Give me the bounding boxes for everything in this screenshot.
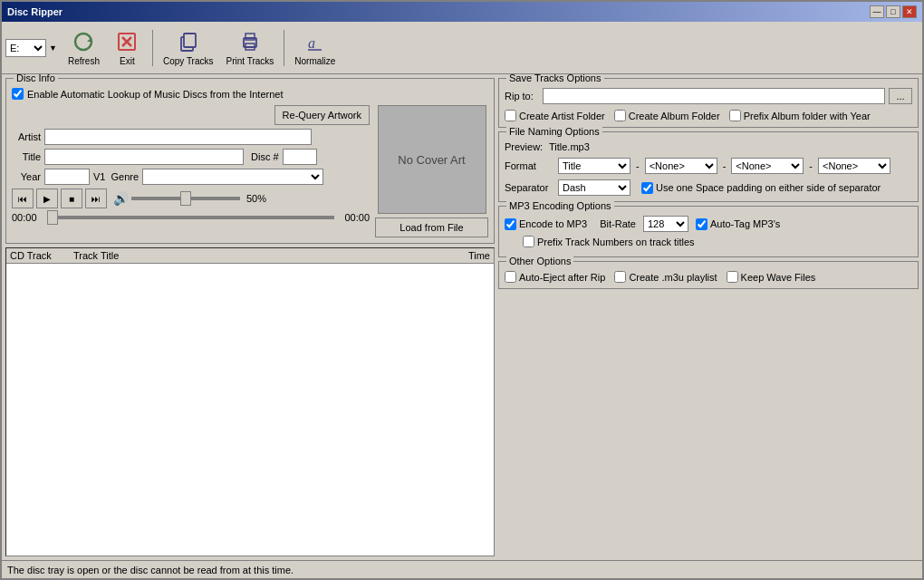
format-combo-4[interactable]: <None> Artist Album Year bbox=[818, 158, 890, 174]
next-track-button[interactable]: ⏭ bbox=[85, 188, 107, 208]
rip-to-row: Rip to: ... bbox=[505, 88, 912, 104]
preview-value: Title.mp3 bbox=[549, 141, 590, 152]
prev-track-button[interactable]: ⏮ bbox=[12, 188, 34, 208]
bitrate-combo[interactable]: 64 96 128 160 192 256 320 bbox=[643, 216, 688, 232]
minimize-button[interactable]: — bbox=[870, 5, 884, 18]
svg-text:a: a bbox=[308, 35, 315, 51]
prefix-album-year-checkbox[interactable] bbox=[729, 110, 741, 121]
format-combo-1[interactable]: Title Artist Album Year bbox=[558, 158, 630, 174]
auto-tag-checkbox[interactable] bbox=[696, 218, 707, 230]
auto-lookup-checkbox[interactable] bbox=[12, 88, 24, 100]
maximize-button[interactable]: □ bbox=[886, 5, 900, 18]
main-window: Disc Ripper — □ ✕ E: ▼ Refresh Exit bbox=[0, 0, 924, 580]
create-m3u-checkbox[interactable] bbox=[614, 271, 626, 283]
create-m3u-item: Create .m3u playlist bbox=[614, 271, 717, 283]
mp3-options-group: MP3 Encoding Options Encode to MP3 Bit-R… bbox=[498, 206, 919, 257]
title-input[interactable] bbox=[44, 149, 244, 165]
refresh-button[interactable]: Refresh bbox=[63, 26, 105, 69]
rip-to-label: Rip to: bbox=[505, 91, 539, 102]
copy-tracks-button[interactable]: Copy Tracks bbox=[158, 26, 219, 69]
drive-selector: E: ▼ bbox=[5, 39, 57, 57]
other-options-checkboxes: Auto-Eject after Rip Create .m3u playlis… bbox=[505, 271, 912, 283]
prefix-track-label: Prefix Track Numbers on track titles bbox=[537, 237, 695, 247]
genre-label: Genre bbox=[111, 171, 139, 182]
toolbar-separator-2 bbox=[284, 30, 284, 66]
artist-row: Artist bbox=[12, 129, 370, 145]
preview-label: Preview: bbox=[505, 141, 545, 152]
re-query-artwork-button[interactable]: Re-Query Artwork bbox=[274, 105, 370, 125]
mp3-options-title: MP3 Encoding Options bbox=[506, 200, 614, 211]
stop-button[interactable]: ■ bbox=[61, 188, 82, 208]
drive-combo[interactable]: E: bbox=[5, 39, 46, 57]
browse-button[interactable]: ... bbox=[889, 88, 912, 104]
cover-art-area: No Cover Art bbox=[378, 105, 486, 214]
svg-rect-5 bbox=[184, 34, 196, 47]
separator-combo[interactable]: Dash Underscore Space None bbox=[558, 179, 630, 196]
create-artist-folder-label: Create Artist Folder bbox=[519, 111, 605, 121]
exit-label: Exit bbox=[120, 56, 135, 66]
col-cd-track: CD Track bbox=[10, 250, 73, 261]
prefix-track-item: Prefix Track Numbers on track titles bbox=[523, 236, 695, 247]
auto-lookup-row: Enable Automatic Lookup of Music Discs f… bbox=[12, 88, 488, 100]
window-controls: — □ ✕ bbox=[870, 5, 917, 18]
save-options-group: Save Tracks Options Rip to: ... Create A… bbox=[498, 78, 919, 128]
print-tracks-button[interactable]: Print Tracks bbox=[221, 26, 280, 69]
auto-eject-checkbox[interactable] bbox=[505, 271, 516, 283]
rip-to-input[interactable] bbox=[543, 88, 885, 104]
title-row: Title Disc # bbox=[12, 149, 370, 165]
disc-info-fields: Re-Query Artwork Artist Title Disc # bbox=[12, 105, 370, 237]
close-button[interactable]: ✕ bbox=[902, 5, 917, 18]
load-file-button[interactable]: Load from File bbox=[375, 218, 488, 237]
auto-eject-label: Auto-Eject after Rip bbox=[519, 272, 605, 283]
dash-3: - bbox=[809, 160, 813, 171]
play-button[interactable]: ▶ bbox=[36, 188, 58, 208]
requery-row: Re-Query Artwork bbox=[12, 105, 370, 125]
sep-padding-item: Use one Space padding on either side of … bbox=[641, 182, 881, 194]
normalize-label: Normalize bbox=[294, 56, 335, 66]
main-content: Disc Info Enable Automatic Lookup of Mus… bbox=[2, 74, 922, 560]
no-cover-art-text: No Cover Art bbox=[398, 153, 465, 167]
disc-info-group: Disc Info Enable Automatic Lookup of Mus… bbox=[5, 78, 495, 244]
auto-tag-item: Auto-Tag MP3's bbox=[696, 218, 780, 230]
left-panel: Disc Info Enable Automatic Lookup of Mus… bbox=[5, 78, 495, 556]
disc-info-middle: Re-Query Artwork Artist Title Disc # bbox=[12, 105, 488, 237]
save-options-title: Save Tracks Options bbox=[506, 74, 604, 83]
seek-slider[interactable] bbox=[47, 216, 334, 219]
format-combo-3[interactable]: <None> Artist Album Year bbox=[731, 158, 804, 174]
col-time: Time bbox=[445, 250, 490, 261]
dash-2: - bbox=[723, 160, 727, 171]
separator-label: Separator bbox=[505, 182, 554, 193]
other-options-group: Other Options Auto-Eject after Rip Creat… bbox=[498, 261, 919, 289]
time-end: 00:00 bbox=[338, 212, 370, 223]
create-album-folder-item: Create Album Folder bbox=[614, 110, 720, 121]
status-message: The disc tray is open or the disc cannot… bbox=[7, 565, 294, 575]
artist-label: Artist bbox=[12, 131, 41, 142]
print-tracks-label: Print Tracks bbox=[226, 56, 274, 66]
sep-padding-label: Use one Space padding on either side of … bbox=[656, 182, 881, 193]
sep-padding-checkbox[interactable] bbox=[641, 182, 653, 194]
create-album-folder-checkbox[interactable] bbox=[614, 110, 626, 121]
auto-lookup-label: Enable Automatic Lookup of Music Discs f… bbox=[27, 89, 283, 100]
exit-button[interactable]: Exit bbox=[107, 26, 148, 69]
col-track-title: Track Title bbox=[73, 250, 445, 261]
status-bar: The disc tray is open or the disc cannot… bbox=[2, 560, 922, 578]
prefix-track-checkbox[interactable] bbox=[523, 236, 534, 247]
encode-mp3-checkbox[interactable] bbox=[505, 218, 516, 230]
format-combo-2[interactable]: <None> Artist Album Year bbox=[645, 158, 717, 174]
normalize-button[interactable]: a Normalize bbox=[289, 26, 341, 69]
artist-input[interactable] bbox=[44, 129, 312, 145]
save-options-checkboxes: Create Artist Folder Create Album Folder… bbox=[505, 110, 912, 121]
time-start: 00:00 bbox=[12, 212, 43, 223]
keep-wave-checkbox[interactable] bbox=[727, 271, 738, 283]
encode-mp3-label: Encode to MP3 bbox=[519, 218, 587, 229]
create-artist-folder-checkbox[interactable] bbox=[505, 110, 516, 121]
genre-select[interactable] bbox=[142, 169, 323, 185]
file-naming-title: File Naming Options bbox=[506, 126, 602, 137]
svg-rect-7 bbox=[245, 34, 255, 40]
separator-row: Separator Dash Underscore Space None Use… bbox=[505, 179, 912, 196]
disc-num-input[interactable] bbox=[283, 149, 317, 165]
title-bar: Disc Ripper — □ ✕ bbox=[2, 2, 922, 22]
normalize-icon: a bbox=[303, 29, 328, 54]
volume-slider[interactable] bbox=[131, 197, 240, 200]
year-input[interactable] bbox=[44, 169, 90, 185]
